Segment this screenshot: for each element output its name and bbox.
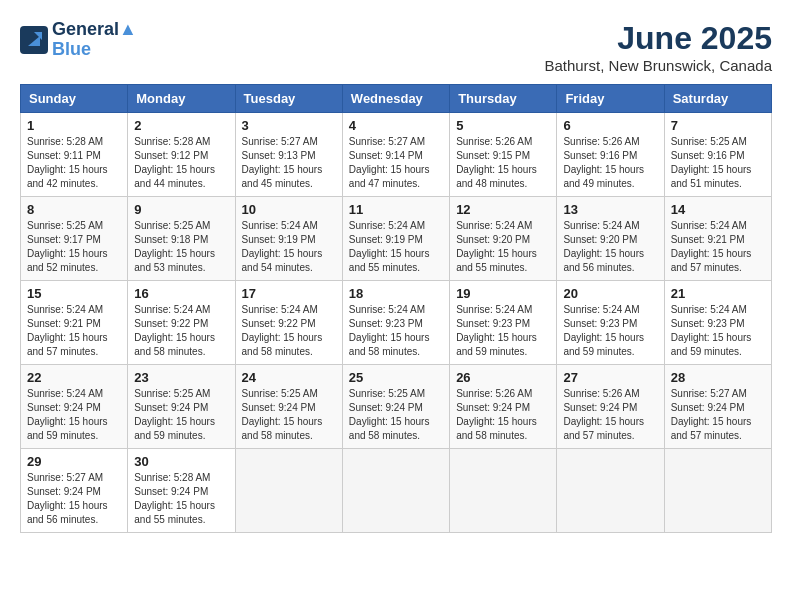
calendar-cell: 3Sunrise: 5:27 AMSunset: 9:13 PMDaylight… (235, 113, 342, 197)
day-detail: Sunrise: 5:24 AMSunset: 9:22 PMDaylight:… (134, 303, 228, 359)
calendar-header-row: SundayMondayTuesdayWednesdayThursdayFrid… (21, 85, 772, 113)
day-detail: Sunrise: 5:26 AMSunset: 9:15 PMDaylight:… (456, 135, 550, 191)
day-number: 10 (242, 202, 336, 217)
day-detail: Sunrise: 5:24 AMSunset: 9:23 PMDaylight:… (671, 303, 765, 359)
calendar-cell: 16Sunrise: 5:24 AMSunset: 9:22 PMDayligh… (128, 281, 235, 365)
location-title: Bathurst, New Brunswick, Canada (544, 57, 772, 74)
day-number: 9 (134, 202, 228, 217)
calendar-cell (664, 449, 771, 533)
logo: General▲ Blue (20, 20, 137, 60)
day-detail: Sunrise: 5:24 AMSunset: 9:21 PMDaylight:… (27, 303, 121, 359)
day-number: 3 (242, 118, 336, 133)
page-header: General▲ Blue June 2025 Bathurst, New Br… (20, 20, 772, 74)
calendar-cell: 19Sunrise: 5:24 AMSunset: 9:23 PMDayligh… (450, 281, 557, 365)
title-block: June 2025 Bathurst, New Brunswick, Canad… (544, 20, 772, 74)
calendar-cell: 11Sunrise: 5:24 AMSunset: 9:19 PMDayligh… (342, 197, 449, 281)
day-number: 7 (671, 118, 765, 133)
day-detail: Sunrise: 5:25 AMSunset: 9:17 PMDaylight:… (27, 219, 121, 275)
day-number: 8 (27, 202, 121, 217)
weekday-header: Wednesday (342, 85, 449, 113)
calendar-week-row: 22Sunrise: 5:24 AMSunset: 9:24 PMDayligh… (21, 365, 772, 449)
day-detail: Sunrise: 5:27 AMSunset: 9:24 PMDaylight:… (671, 387, 765, 443)
day-detail: Sunrise: 5:24 AMSunset: 9:23 PMDaylight:… (563, 303, 657, 359)
day-number: 4 (349, 118, 443, 133)
day-detail: Sunrise: 5:26 AMSunset: 9:24 PMDaylight:… (456, 387, 550, 443)
day-number: 22 (27, 370, 121, 385)
calendar-cell: 20Sunrise: 5:24 AMSunset: 9:23 PMDayligh… (557, 281, 664, 365)
day-number: 15 (27, 286, 121, 301)
day-detail: Sunrise: 5:24 AMSunset: 9:24 PMDaylight:… (27, 387, 121, 443)
day-number: 17 (242, 286, 336, 301)
calendar-cell (450, 449, 557, 533)
calendar-week-row: 15Sunrise: 5:24 AMSunset: 9:21 PMDayligh… (21, 281, 772, 365)
day-number: 25 (349, 370, 443, 385)
day-detail: Sunrise: 5:24 AMSunset: 9:21 PMDaylight:… (671, 219, 765, 275)
calendar-cell: 9Sunrise: 5:25 AMSunset: 9:18 PMDaylight… (128, 197, 235, 281)
day-detail: Sunrise: 5:25 AMSunset: 9:16 PMDaylight:… (671, 135, 765, 191)
day-number: 18 (349, 286, 443, 301)
calendar-week-row: 1Sunrise: 5:28 AMSunset: 9:11 PMDaylight… (21, 113, 772, 197)
calendar-cell: 28Sunrise: 5:27 AMSunset: 9:24 PMDayligh… (664, 365, 771, 449)
day-number: 19 (456, 286, 550, 301)
day-detail: Sunrise: 5:24 AMSunset: 9:19 PMDaylight:… (242, 219, 336, 275)
weekday-header: Tuesday (235, 85, 342, 113)
day-detail: Sunrise: 5:24 AMSunset: 9:19 PMDaylight:… (349, 219, 443, 275)
calendar-cell: 1Sunrise: 5:28 AMSunset: 9:11 PMDaylight… (21, 113, 128, 197)
calendar-cell: 8Sunrise: 5:25 AMSunset: 9:17 PMDaylight… (21, 197, 128, 281)
day-detail: Sunrise: 5:27 AMSunset: 9:24 PMDaylight:… (27, 471, 121, 527)
weekday-header: Monday (128, 85, 235, 113)
day-number: 13 (563, 202, 657, 217)
day-number: 6 (563, 118, 657, 133)
day-detail: Sunrise: 5:27 AMSunset: 9:13 PMDaylight:… (242, 135, 336, 191)
calendar-cell: 22Sunrise: 5:24 AMSunset: 9:24 PMDayligh… (21, 365, 128, 449)
calendar-week-row: 8Sunrise: 5:25 AMSunset: 9:17 PMDaylight… (21, 197, 772, 281)
logo-icon (20, 26, 48, 54)
day-detail: Sunrise: 5:24 AMSunset: 9:23 PMDaylight:… (349, 303, 443, 359)
day-number: 30 (134, 454, 228, 469)
calendar-cell: 4Sunrise: 5:27 AMSunset: 9:14 PMDaylight… (342, 113, 449, 197)
calendar-cell: 30Sunrise: 5:28 AMSunset: 9:24 PMDayligh… (128, 449, 235, 533)
calendar-cell: 29Sunrise: 5:27 AMSunset: 9:24 PMDayligh… (21, 449, 128, 533)
day-number: 24 (242, 370, 336, 385)
day-detail: Sunrise: 5:24 AMSunset: 9:20 PMDaylight:… (456, 219, 550, 275)
calendar-cell: 14Sunrise: 5:24 AMSunset: 9:21 PMDayligh… (664, 197, 771, 281)
day-number: 16 (134, 286, 228, 301)
day-number: 21 (671, 286, 765, 301)
day-number: 5 (456, 118, 550, 133)
calendar-week-row: 29Sunrise: 5:27 AMSunset: 9:24 PMDayligh… (21, 449, 772, 533)
calendar-cell: 23Sunrise: 5:25 AMSunset: 9:24 PMDayligh… (128, 365, 235, 449)
day-number: 29 (27, 454, 121, 469)
logo-text: General▲ Blue (52, 20, 137, 60)
day-number: 26 (456, 370, 550, 385)
day-detail: Sunrise: 5:28 AMSunset: 9:24 PMDaylight:… (134, 471, 228, 527)
day-detail: Sunrise: 5:24 AMSunset: 9:20 PMDaylight:… (563, 219, 657, 275)
calendar-cell: 18Sunrise: 5:24 AMSunset: 9:23 PMDayligh… (342, 281, 449, 365)
calendar-cell: 21Sunrise: 5:24 AMSunset: 9:23 PMDayligh… (664, 281, 771, 365)
calendar-cell: 7Sunrise: 5:25 AMSunset: 9:16 PMDaylight… (664, 113, 771, 197)
calendar-cell: 5Sunrise: 5:26 AMSunset: 9:15 PMDaylight… (450, 113, 557, 197)
calendar-cell: 12Sunrise: 5:24 AMSunset: 9:20 PMDayligh… (450, 197, 557, 281)
weekday-header: Friday (557, 85, 664, 113)
svg-rect-0 (20, 26, 48, 54)
day-detail: Sunrise: 5:25 AMSunset: 9:18 PMDaylight:… (134, 219, 228, 275)
calendar-cell (342, 449, 449, 533)
calendar-cell: 6Sunrise: 5:26 AMSunset: 9:16 PMDaylight… (557, 113, 664, 197)
calendar-cell: 10Sunrise: 5:24 AMSunset: 9:19 PMDayligh… (235, 197, 342, 281)
weekday-header: Sunday (21, 85, 128, 113)
weekday-header: Thursday (450, 85, 557, 113)
day-detail: Sunrise: 5:25 AMSunset: 9:24 PMDaylight:… (134, 387, 228, 443)
day-number: 2 (134, 118, 228, 133)
calendar-cell: 2Sunrise: 5:28 AMSunset: 9:12 PMDaylight… (128, 113, 235, 197)
calendar-cell: 24Sunrise: 5:25 AMSunset: 9:24 PMDayligh… (235, 365, 342, 449)
day-number: 11 (349, 202, 443, 217)
day-detail: Sunrise: 5:24 AMSunset: 9:23 PMDaylight:… (456, 303, 550, 359)
day-number: 28 (671, 370, 765, 385)
calendar-cell: 27Sunrise: 5:26 AMSunset: 9:24 PMDayligh… (557, 365, 664, 449)
calendar-cell (557, 449, 664, 533)
calendar-cell: 25Sunrise: 5:25 AMSunset: 9:24 PMDayligh… (342, 365, 449, 449)
day-detail: Sunrise: 5:27 AMSunset: 9:14 PMDaylight:… (349, 135, 443, 191)
day-detail: Sunrise: 5:25 AMSunset: 9:24 PMDaylight:… (349, 387, 443, 443)
calendar-cell (235, 449, 342, 533)
calendar-cell: 13Sunrise: 5:24 AMSunset: 9:20 PMDayligh… (557, 197, 664, 281)
calendar-cell: 17Sunrise: 5:24 AMSunset: 9:22 PMDayligh… (235, 281, 342, 365)
